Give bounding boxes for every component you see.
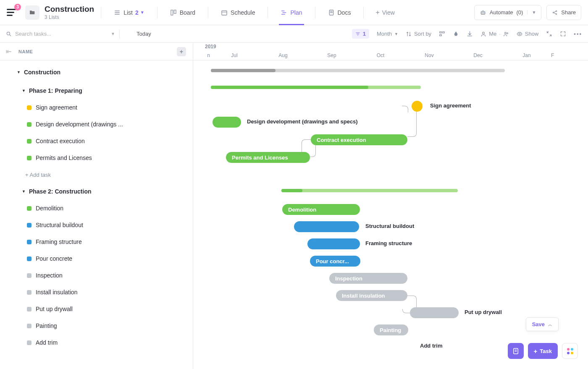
filter-count: 1 xyxy=(363,31,366,37)
timescale-label: Month xyxy=(377,31,392,37)
gantt-milestone-sign[interactable] xyxy=(412,101,423,112)
save-button[interactable]: Save ︽ xyxy=(526,317,559,331)
gantt-bar-contract[interactable]: Contract execution xyxy=(311,134,407,145)
eye-icon xyxy=(517,31,522,37)
tab-board[interactable]: Board xyxy=(164,0,201,25)
filter-button[interactable]: 1 xyxy=(352,29,369,39)
more-icon[interactable]: ••• xyxy=(574,31,582,37)
task-row[interactable]: Inspection xyxy=(17,267,193,284)
tab-board-label: Board xyxy=(180,9,195,16)
task-row[interactable]: Design development (drawings ... xyxy=(17,116,193,133)
users-icon xyxy=(503,31,509,37)
gantt-summary-construction-progress xyxy=(211,69,276,72)
status-dot xyxy=(27,256,32,261)
floating-action-group: + Task xyxy=(508,343,578,359)
task-row[interactable]: Add trim xyxy=(17,334,193,351)
phase-1[interactable]: ▼ Phase 1: Preparing xyxy=(17,82,193,99)
gantt-summary-phase2[interactable] xyxy=(281,189,458,192)
gantt-label[interactable]: Add trim xyxy=(420,343,442,349)
timeline-header: 2019 n Jul Aug Sep Oct Nov Dec Jan F xyxy=(193,43,588,60)
svg-line-21 xyxy=(554,13,556,13)
today-button[interactable]: Today xyxy=(136,31,151,37)
svg-line-20 xyxy=(554,11,556,12)
task-row[interactable]: Put up drywall xyxy=(17,301,193,317)
chevron-down-icon[interactable]: ▼ xyxy=(111,31,115,36)
search-input[interactable] xyxy=(15,31,87,37)
sort-icon xyxy=(406,31,412,37)
add-view-label: View xyxy=(382,9,395,16)
save-label: Save xyxy=(532,321,545,327)
toolbar: ▼ Today 1 Month ▼ Sort by Me · Show xyxy=(0,25,588,43)
status-dot xyxy=(27,122,32,127)
tab-list[interactable]: List 2 ▼ xyxy=(108,0,150,25)
plus-icon: + xyxy=(375,9,379,16)
fullscreen-icon[interactable] xyxy=(560,31,566,37)
tree-header: ⇤ NAME + xyxy=(0,43,193,60)
group-construction[interactable]: ▼ Construction xyxy=(17,64,193,81)
gantt-bar-structural[interactable] xyxy=(294,221,359,232)
task-label: Design development (drawings ... xyxy=(36,121,123,128)
collapse-panel-icon[interactable]: ⇤ xyxy=(6,47,12,55)
gantt-bar-permits[interactable]: Permits and Licenses xyxy=(226,152,310,163)
user-icon xyxy=(480,31,486,37)
download-icon[interactable] xyxy=(467,31,473,37)
gantt-bar-inspection[interactable]: Inspection xyxy=(329,273,407,284)
status-dot xyxy=(27,105,32,110)
add-column-button[interactable]: + xyxy=(177,47,186,56)
divider xyxy=(315,7,315,18)
task-row[interactable]: Permits and Licenses xyxy=(17,149,193,166)
month: Jan xyxy=(502,52,551,58)
task-row[interactable]: Demolition xyxy=(17,200,193,217)
folder-icon[interactable] xyxy=(25,5,39,20)
tab-schedule[interactable]: Schedule xyxy=(215,0,261,25)
task-label: Permits and Licenses xyxy=(36,154,92,161)
me-filter[interactable]: Me · xyxy=(480,31,509,37)
add-task-button[interactable]: + Add task xyxy=(17,166,193,183)
timeline-year: 2019 xyxy=(205,44,216,50)
gantt-bar-drywall[interactable] xyxy=(410,307,459,318)
tab-plan[interactable]: Plan xyxy=(275,0,308,25)
status-dot xyxy=(27,324,32,328)
group-icon[interactable] xyxy=(439,31,445,37)
divider xyxy=(208,7,208,18)
timescale-dropdown[interactable]: Month ▼ xyxy=(377,31,398,37)
add-view-button[interactable]: + View xyxy=(370,9,399,16)
gantt-bar-insulation[interactable]: Install insulation xyxy=(336,290,407,301)
gantt-bar-design[interactable] xyxy=(213,117,241,128)
notepad-button[interactable] xyxy=(508,343,524,359)
task-row[interactable]: Framing structure xyxy=(17,233,193,250)
tab-docs-label: Docs xyxy=(338,9,351,16)
search-icon xyxy=(6,31,12,37)
task-row[interactable]: Contract execution xyxy=(17,133,193,149)
tab-docs[interactable]: Docs xyxy=(322,0,357,25)
color-icon[interactable] xyxy=(453,31,459,37)
new-task-button[interactable]: + Task xyxy=(528,343,558,359)
gantt-bar-painting[interactable]: Painting xyxy=(374,325,408,335)
task-label: Put up drywall xyxy=(36,306,73,312)
task-row[interactable]: Install insulation xyxy=(17,284,193,301)
task-row[interactable]: Sign agreement xyxy=(17,99,193,116)
show-button[interactable]: Show xyxy=(517,31,539,37)
menu-icon[interactable]: 3 xyxy=(7,7,18,18)
chevron-down-icon[interactable]: ▼ xyxy=(527,10,536,15)
gantt-bar-framing[interactable] xyxy=(307,238,360,249)
app-header: 3 Construction 3 Lists List 2 ▼ Board Sc… xyxy=(0,0,588,25)
task-row[interactable]: Painting xyxy=(17,317,193,334)
automate-button[interactable]: Automate (0) ▼ xyxy=(474,5,541,20)
sort-button[interactable]: Sort by xyxy=(406,31,431,37)
gantt-label: Structural buildout xyxy=(365,223,414,229)
me-label: Me xyxy=(489,31,496,37)
task-label: Painting xyxy=(36,322,57,329)
collapse-icon[interactable] xyxy=(546,31,552,37)
share-label: Share xyxy=(561,9,576,16)
gantt-label: Design development (drawings and specs) xyxy=(247,118,358,125)
gantt-label: Sign agreement xyxy=(430,102,471,109)
task-row[interactable]: Pour concrete xyxy=(17,250,193,267)
share-button[interactable]: Share xyxy=(546,5,581,20)
gantt-bar-demolition[interactable]: Demolition xyxy=(282,204,360,215)
apps-button[interactable] xyxy=(562,343,578,359)
gantt-bar-pour[interactable]: Pour concr... xyxy=(310,256,360,267)
phase-2[interactable]: ▼ Phase 2: Construction xyxy=(17,183,193,200)
divider xyxy=(268,7,268,18)
task-row[interactable]: Structural buildout xyxy=(17,217,193,233)
